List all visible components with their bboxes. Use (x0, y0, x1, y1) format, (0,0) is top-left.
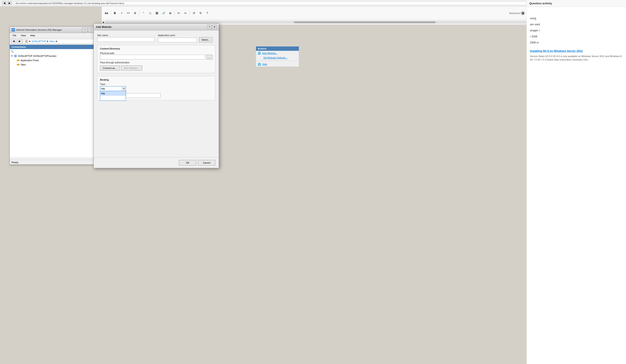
binding-title: Binding (100, 78, 212, 81)
binding-section: Binding Type: http https ▼ http (97, 76, 215, 100)
content-directory-section: Content Directory Physical path: ... Pas… (97, 45, 215, 73)
dialog-help-btn[interactable]: ? (207, 25, 211, 29)
ok-btn[interactable]: OK (179, 160, 196, 165)
content-directory-title: Content Directory (100, 47, 212, 50)
physical-path-input[interactable] (100, 55, 205, 60)
app-pool-label: Application pool: (158, 34, 215, 36)
type-dropdown: http (100, 91, 126, 101)
site-name-row: Site name: Application pool: Select... (97, 34, 215, 42)
dialog-title: Add Website (96, 26, 207, 29)
physical-path-group: Physical path: ... (100, 52, 212, 60)
app-pool-row: Select... (158, 37, 215, 42)
dialog-titlebar: Add Website ? ✕ (94, 24, 219, 31)
app-pool-group: Application pool: Select... (158, 34, 215, 42)
cancel-btn[interactable]: Cancel (198, 160, 215, 165)
site-name-input[interactable] (97, 37, 155, 42)
dialog-body: Site name: Application pool: Select... C… (94, 31, 219, 157)
pass-through-group: Pass-through authentication Connect as..… (100, 61, 212, 71)
connect-as-btn[interactable]: Connect as... (100, 66, 120, 71)
app-pool-input[interactable] (158, 38, 197, 42)
auth-btn-row: Connect as... Test Settings... (100, 66, 212, 71)
site-name-group: Site name: (97, 34, 155, 42)
site-name-label: Site name: (97, 34, 155, 36)
dropdown-item-http[interactable]: http (100, 91, 126, 96)
dialog-close-btn[interactable]: ✕ (212, 25, 217, 29)
browse-btn[interactable]: ... (206, 55, 212, 60)
physical-path-label: Physical path: (100, 52, 115, 55)
add-website-dialog: Add Website ? ✕ Site name: Application p… (93, 23, 219, 168)
test-settings-btn[interactable]: Test Settings... (121, 66, 142, 71)
select-pool-btn[interactable]: Select... (199, 37, 212, 42)
dropdown-item-https[interactable] (100, 96, 126, 100)
type-label: Type: (100, 83, 212, 85)
type-select[interactable]: http https (100, 86, 126, 91)
type-select-container: http https ▼ http (100, 86, 126, 91)
type-row: Type: http https ▼ http (100, 83, 212, 91)
type-select-wrapper[interactable]: http https ▼ http (100, 86, 126, 91)
pass-through-label: Pass-through authentication (100, 61, 212, 64)
dialog-overlay: Add Website ? ✕ Site name: Application p… (0, 0, 626, 364)
path-row: ... (100, 55, 212, 60)
dialog-footer: OK Cancel (94, 157, 219, 168)
